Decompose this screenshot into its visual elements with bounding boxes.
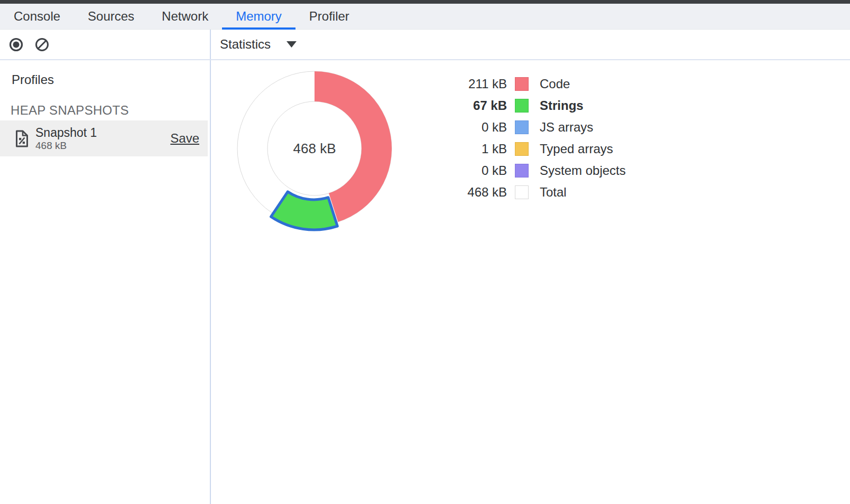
legend-swatch-icon	[515, 185, 529, 199]
legend-label: Typed arrays	[540, 142, 613, 156]
memory-panel-toolbar: Statistics	[0, 30, 850, 60]
legend-row-system-objects[interactable]: 0 kB System objects	[454, 160, 626, 181]
snapshot-meta: Snapshot 1 468 kB	[35, 126, 97, 151]
snapshot-name: Snapshot 1	[35, 126, 97, 140]
legend-row-code[interactable]: 211 kB Code	[454, 73, 626, 95]
legend-label: System objects	[540, 163, 626, 178]
dropdown-triangle-icon	[287, 41, 297, 48]
snapshot-size: 468 kB	[35, 140, 97, 151]
legend-label: Code	[540, 77, 570, 91]
profiles-sidebar: Profiles HEAP SNAPSHOTS Snapshot 1 468 k…	[0, 60, 211, 504]
legend-label: JS arrays	[540, 120, 593, 135]
toolbar-right-section: Statistics	[211, 30, 850, 59]
sidebar-title: Profiles	[12, 72, 210, 88]
legend-value: 67 kB	[454, 98, 507, 113]
clear-profiles-button[interactable]	[34, 37, 50, 52]
tab-memory[interactable]: Memory	[222, 4, 295, 29]
tab-sources[interactable]: Sources	[74, 4, 148, 29]
record-icon	[8, 37, 24, 52]
window-top-bar	[0, 0, 850, 4]
legend-value: 0 kB	[454, 163, 507, 178]
donut-slice-strings[interactable]	[271, 192, 338, 230]
legend-swatch-icon	[515, 77, 529, 91]
legend-swatch-icon	[515, 164, 529, 178]
chart-legend: 211 kB Code 67 kB Strings 0 kB JS arrays…	[454, 73, 626, 203]
legend-label: Total	[540, 185, 567, 200]
donut-center-total: 468 kB	[293, 141, 336, 157]
perspective-select-value: Statistics	[220, 37, 271, 52]
legend-value: 1 kB	[454, 142, 507, 156]
legend-value: 0 kB	[454, 120, 507, 135]
tab-network[interactable]: Network	[148, 4, 222, 29]
legend-value: 468 kB	[454, 185, 507, 200]
perspective-select[interactable]: Statistics	[220, 37, 297, 52]
legend-row-total[interactable]: 468 kB Total	[454, 181, 626, 203]
clear-icon	[34, 37, 50, 52]
legend-swatch-icon	[515, 142, 529, 156]
legend-swatch-icon	[515, 120, 529, 134]
panel-content: Profiles HEAP SNAPSHOTS Snapshot 1 468 k…	[0, 60, 850, 504]
legend-swatch-icon	[515, 99, 529, 113]
legend-label: Strings	[540, 98, 584, 113]
devtools-tab-bar: Console Sources Network Memory Profiler	[0, 4, 850, 30]
toolbar-left-section	[0, 30, 211, 59]
legend-row-typed-arrays[interactable]: 1 kB Typed arrays	[454, 138, 626, 160]
snapshot-list-item[interactable]: Snapshot 1 468 kB Save	[0, 120, 208, 156]
tab-console[interactable]: Console	[0, 4, 74, 29]
tab-profiler[interactable]: Profiler	[295, 4, 363, 29]
legend-value: 211 kB	[454, 77, 507, 91]
legend-row-strings[interactable]: 67 kB Strings	[454, 95, 626, 116]
save-snapshot-link[interactable]: Save	[170, 131, 199, 146]
statistics-main-view: 468 kB 211 kB Code 67 kB Strings 0 kB JS…	[211, 60, 850, 504]
heap-snapshots-section-heading: HEAP SNAPSHOTS	[11, 104, 210, 117]
heap-snapshot-icon	[15, 130, 29, 147]
legend-row-js-arrays[interactable]: 0 kB JS arrays	[454, 116, 626, 138]
record-heap-snapshot-button[interactable]	[8, 37, 24, 52]
